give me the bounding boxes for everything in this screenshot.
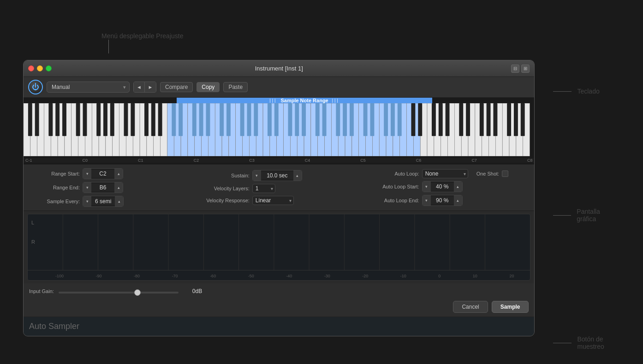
range-start-control[interactable]: ▾ C2 ▴ — [83, 168, 123, 179]
scale-m90: -90 — [96, 274, 102, 278]
annotation-graph-text: Pantalla gráfica — [577, 208, 620, 223]
sample-every-up[interactable]: ▴ — [115, 196, 123, 206]
svg-rect-111 — [384, 103, 388, 136]
auto-loop-wrapper[interactable]: None Forward Backward — [422, 169, 468, 178]
title-bar-controls — [28, 65, 52, 71]
piano-keyboard[interactable] — [24, 103, 534, 156]
svg-rect-101 — [288, 103, 292, 136]
range-end-up[interactable]: ▴ — [114, 182, 123, 193]
controls-area: Range Start: ▾ C2 ▴ Range End: ▾ B6 — [24, 164, 534, 211]
note-label-c7: C7 — [471, 158, 477, 163]
annotation-keyboard-text: Teclado — [577, 88, 599, 95]
sustain-up[interactable]: ▴ — [293, 170, 302, 181]
page-wrapper: Menú desplegable Preajuste Instrument [I… — [9, 18, 634, 364]
main-window: Instrument [Inst 1] ⊟ ⊞ ⏻ Manual ◄ — [23, 60, 535, 336]
minimize-button[interactable] — [37, 65, 43, 71]
close-button[interactable] — [28, 65, 34, 71]
window-title: Instrument [Inst 1] — [255, 65, 303, 72]
auto-sampler-text: Auto Sampler — [29, 322, 79, 331]
sustain-label: Sustain: — [199, 173, 250, 178]
svg-rect-85 — [131, 103, 135, 136]
range-start-up[interactable]: ▴ — [114, 169, 123, 179]
sample-button[interactable]: Sample — [492, 301, 529, 313]
auto-loop-select[interactable]: None Forward Backward — [422, 169, 468, 178]
scale-20: 20 — [509, 274, 514, 278]
one-shot-checkbox[interactable] — [502, 170, 508, 177]
velocity-layers-select[interactable]: 1 — [252, 184, 275, 193]
svg-rect-112 — [391, 103, 395, 136]
sample-every-down[interactable]: ▾ — [83, 196, 91, 206]
svg-rect-109 — [363, 103, 368, 136]
note-label-c5: C5 — [360, 158, 366, 163]
velocity-layers-wrapper[interactable]: 1 — [252, 184, 275, 193]
sustain-row: Sustain: ▾ 10.0 sec ▴ — [199, 170, 359, 181]
svg-rect-82 — [103, 103, 107, 136]
note-label-c1: C1 — [138, 158, 143, 163]
preset-dropdown[interactable]: Manual — [47, 82, 130, 93]
svg-rect-86 — [144, 103, 149, 136]
svg-rect-95 — [226, 103, 231, 136]
preset-dropdown-wrapper[interactable]: Manual — [47, 82, 130, 93]
note-label-c0: C0 — [83, 158, 88, 163]
velocity-layers-label: Velocity Layers: — [199, 186, 250, 191]
svg-rect-83 — [110, 103, 114, 136]
auto-loop-start-control[interactable]: ▾ 40 % ▴ — [422, 181, 463, 192]
keyboard-area: ||| Sample Note Range ||| — [24, 98, 534, 164]
sample-every-label: Sample Every: — [29, 199, 80, 204]
gain-slider[interactable] — [59, 292, 179, 294]
compare-button[interactable]: Compare — [160, 82, 193, 92]
annotation-sample-btn-line — [553, 343, 572, 343]
sample-every-row: Sample Every: ▾ 6 semi ▴ — [29, 196, 190, 207]
auto-loop-end-up[interactable]: ▴ — [454, 195, 462, 205]
sustain-control[interactable]: ▾ 10.0 sec ▴ — [252, 170, 302, 181]
auto-loop-start-up[interactable]: ▴ — [454, 182, 462, 192]
velocity-response-select[interactable]: Linear Logarithmic Exponential — [252, 196, 294, 205]
nav-back-button[interactable]: ◄ — [134, 82, 145, 92]
auto-loop-end-control[interactable]: ▾ 90 % ▴ — [422, 195, 463, 206]
copy-button[interactable]: Copy — [196, 82, 220, 92]
svg-rect-126 — [521, 103, 525, 136]
svg-rect-79 — [76, 103, 80, 136]
range-end-label: Range End: — [29, 185, 80, 190]
auto-loop-start-row: Auto Loop Start: ▾ 40 % ▴ — [369, 181, 529, 192]
range-start-label: Range Start: — [29, 171, 80, 176]
range-end-control[interactable]: ▾ B6 ▴ — [83, 182, 123, 193]
graph-scale: -100 -90 -80 -70 -60 -50 -40 -30 -20 -10… — [28, 274, 530, 278]
power-button[interactable]: ⏻ — [28, 80, 43, 94]
sample-every-control[interactable]: ▾ 6 semi ▴ — [83, 196, 124, 207]
svg-rect-96 — [240, 103, 244, 136]
svg-rect-93 — [206, 103, 210, 136]
svg-rect-122 — [487, 103, 491, 136]
svg-rect-102 — [295, 103, 299, 136]
window-btn-2[interactable]: ⊞ — [521, 65, 530, 73]
svg-rect-106 — [336, 103, 340, 136]
title-bar-right: ⊟ ⊞ — [511, 65, 530, 73]
velocity-response-wrapper[interactable]: Linear Logarithmic Exponential — [252, 196, 294, 205]
paste-button[interactable]: Paste — [223, 82, 248, 92]
svg-rect-80 — [83, 103, 87, 136]
maximize-button[interactable] — [46, 65, 52, 71]
svg-rect-110 — [370, 103, 374, 136]
sustain-down[interactable]: ▾ — [253, 170, 261, 181]
cancel-button[interactable]: Cancel — [453, 301, 488, 313]
auto-sampler-footer: Auto Sampler — [24, 317, 534, 336]
svg-rect-118 — [446, 103, 450, 136]
right-annotations: Teclado Pantalla gráfica Botón demuestre… — [553, 60, 620, 364]
range-start-row: Range Start: ▾ C2 ▴ — [29, 168, 190, 179]
auto-loop-start-down[interactable]: ▾ — [423, 182, 431, 192]
svg-rect-81 — [96, 103, 101, 136]
input-gain-label: Input Gain: — [29, 288, 54, 294]
annotation-graph-line — [553, 215, 571, 216]
nav-forward-button[interactable]: ► — [145, 82, 156, 92]
auto-loop-end-row: Auto Loop End: ▾ 90 % ▴ — [369, 195, 529, 206]
scale-m100: -100 — [55, 274, 64, 278]
svg-rect-113 — [398, 103, 402, 136]
range-end-down[interactable]: ▾ — [83, 182, 91, 193]
svg-rect-119 — [459, 103, 463, 136]
svg-rect-123 — [493, 103, 497, 136]
auto-loop-end-down[interactable]: ▾ — [423, 195, 431, 205]
range-start-down[interactable]: ▾ — [83, 169, 91, 179]
gain-slider-wrapper — [59, 287, 188, 295]
window-btn-1[interactable]: ⊟ — [511, 65, 519, 73]
sustain-value: 10.0 sec — [261, 171, 293, 180]
